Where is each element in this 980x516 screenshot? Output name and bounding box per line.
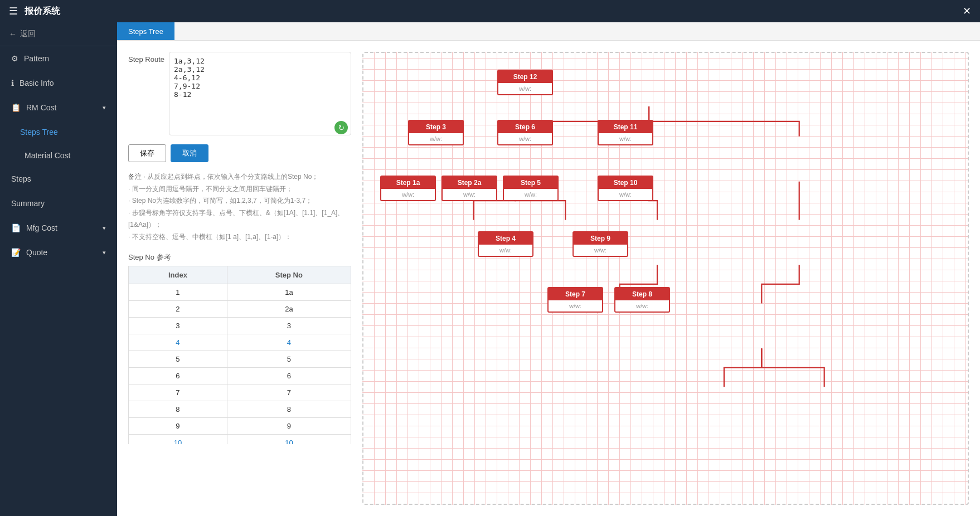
sidebar-label-rm-cost: RM Cost: [26, 103, 56, 112]
sidebar-label-quote: Quote: [26, 248, 47, 257]
table-row: 99: [129, 417, 351, 434]
node-header-step6: Step 6: [498, 121, 552, 133]
tree-diagram-panel[interactable]: Step 12w/w:Step 3w/w:Step 6w/w:Step 11w/…: [362, 52, 969, 505]
cell-step-no: 5: [227, 351, 351, 367]
node-body-step11: w/w:: [599, 133, 652, 144]
node-header-step9: Step 9: [574, 232, 627, 245]
table-row: 77: [129, 384, 351, 401]
sidebar-item-material-cost[interactable]: Material Cost: [0, 144, 117, 167]
node-body-step8: w/w:: [615, 300, 669, 311]
app-title: 报价系统: [25, 6, 60, 17]
cell-index: 5: [129, 351, 227, 367]
node-header-step11: Step 11: [599, 121, 652, 133]
node-body-step6: w/w:: [498, 133, 552, 144]
route-textarea-wrap: 1a,3,12 2a,3,12 4-6,12 7,9-12 8-12 ↻: [169, 52, 351, 138]
cell-step-no: 7: [227, 384, 351, 401]
sidebar-item-quote[interactable]: 📝 Quote ▾: [0, 240, 117, 265]
content-area: Steps Tree Step Route 1a,3,12 2a,3,12 4-…: [117, 22, 980, 516]
cell-step-no: 8: [227, 401, 351, 417]
step-node-step10[interactable]: Step 10w/w:: [598, 176, 653, 201]
table-row: 22a: [129, 300, 351, 317]
step-node-step3[interactable]: Step 3w/w:: [408, 120, 464, 145]
sidebar-item-steps-tree[interactable]: Steps Tree: [0, 120, 117, 144]
table-row: 55: [129, 351, 351, 367]
route-label: Step Route: [128, 52, 164, 64]
step-node-step5[interactable]: Step 5w/w:: [503, 176, 559, 201]
table-row: 1010: [129, 434, 351, 444]
node-header-step2a: Step 2a: [443, 177, 496, 189]
cancel-button[interactable]: 取消: [171, 144, 208, 162]
left-panel: Step Route 1a,3,12 2a,3,12 4-6,12 7,9-12…: [128, 52, 351, 505]
node-header-step8: Step 8: [615, 288, 669, 300]
route-form: Step Route 1a,3,12 2a,3,12 4-6,12 7,9-12…: [128, 52, 351, 138]
hamburger-icon[interactable]: ☰: [9, 5, 18, 17]
cell-step-no: 9: [227, 417, 351, 434]
action-buttons: 保存 取消: [128, 144, 351, 162]
node-body-step10: w/w:: [599, 189, 652, 200]
main-content: Step Route 1a,3,12 2a,3,12 4-6,12 7,9-12…: [117, 41, 980, 516]
cell-step-no[interactable]: 4: [227, 334, 351, 351]
node-body-step12: w/w:: [498, 83, 552, 94]
table-row: 66: [129, 367, 351, 384]
sidebar-item-pattern[interactable]: ⚙ Pattern: [0, 46, 117, 71]
cell-index: 9: [129, 417, 227, 434]
step-node-step7[interactable]: Step 7w/w:: [547, 287, 603, 313]
node-header-step4: Step 4: [479, 232, 532, 245]
cell-index: 6: [129, 367, 227, 384]
step-node-step1a[interactable]: Step 1aw/w:: [380, 176, 436, 201]
cell-step-no[interactable]: 10: [227, 434, 351, 444]
table-row: 33: [129, 317, 351, 334]
save-button[interactable]: 保存: [128, 144, 166, 162]
cell-index: 10: [129, 434, 227, 444]
cell-index: 7: [129, 384, 227, 401]
node-header-step3: Step 3: [409, 121, 463, 133]
sidebar: ← 返回 ⚙ Pattern ℹ Basic Info 📋 RM Cost ▾ …: [0, 22, 117, 516]
table-row: 44: [129, 334, 351, 351]
sidebar-item-basic-info[interactable]: ℹ Basic Info: [0, 71, 117, 95]
col-step-no: Step No: [227, 266, 351, 284]
sidebar-item-steps[interactable]: Steps: [0, 167, 117, 191]
step-node-step9[interactable]: Step 9w/w:: [573, 231, 628, 257]
col-index: Index: [129, 266, 227, 284]
sidebar-label-basic-info: Basic Info: [20, 79, 54, 87]
notes-title: 备注 ·: [128, 173, 145, 181]
node-body-step9: w/w:: [574, 245, 627, 256]
sidebar-item-rm-cost[interactable]: 📋 RM Cost ▾: [0, 95, 117, 120]
chevron-down-icon: ▾: [103, 104, 106, 111]
node-header-step5: Step 5: [504, 177, 557, 189]
back-icon: ←: [9, 30, 17, 38]
cell-index: 2: [129, 300, 227, 317]
sidebar-item-summary[interactable]: Summary: [0, 191, 117, 216]
close-button[interactable]: ✕: [963, 5, 971, 17]
step-node-step2a[interactable]: Step 2aw/w:: [442, 176, 497, 201]
route-input[interactable]: 1a,3,12 2a,3,12 4-6,12 7,9-12 8-12: [169, 52, 351, 135]
cell-step-no: 6: [227, 367, 351, 384]
refresh-button[interactable]: ↻: [334, 121, 348, 134]
table-row: 88: [129, 401, 351, 417]
cell-index: 4: [129, 334, 227, 351]
chevron-down-icon-quote: ▾: [103, 249, 106, 256]
node-header-step7: Step 7: [549, 288, 602, 300]
step-node-step11[interactable]: Step 11w/w:: [598, 120, 653, 145]
node-body-step4: w/w:: [479, 245, 532, 256]
note-icon: 📝: [11, 248, 21, 257]
step-no-table-section: Step No 参考 Index Step No 11a22a33445: [128, 252, 351, 444]
topbar: ☰ 报价系统 ✕: [0, 0, 980, 22]
step-node-step12[interactable]: Step 12w/w:: [497, 70, 553, 95]
cell-index: 3: [129, 317, 227, 334]
step-node-step8[interactable]: Step 8w/w:: [614, 287, 670, 313]
sidebar-label-mfg-cost: Mfg Cost: [26, 223, 57, 232]
step-node-step4[interactable]: Step 4w/w:: [478, 231, 533, 257]
node-header-step12: Step 12: [498, 71, 552, 83]
cell-index: 8: [129, 401, 227, 417]
sidebar-item-mfg-cost[interactable]: 📄 Mfg Cost ▾: [0, 216, 117, 240]
sidebar-label-material-cost: Material Cost: [25, 151, 70, 160]
sidebar-label-pattern: Pattern: [24, 54, 49, 63]
clipboard-icon: 📋: [11, 103, 21, 112]
tab-steps-tree[interactable]: Steps Tree: [117, 22, 174, 40]
step-node-step6[interactable]: Step 6w/w:: [497, 120, 553, 145]
cell-index: 1: [129, 284, 227, 300]
back-button[interactable]: ← 返回: [0, 22, 117, 46]
cell-step-no: 2a: [227, 300, 351, 317]
scrollable-table[interactable]: Index Step No 11a22a33445566778899101011…: [128, 266, 351, 444]
